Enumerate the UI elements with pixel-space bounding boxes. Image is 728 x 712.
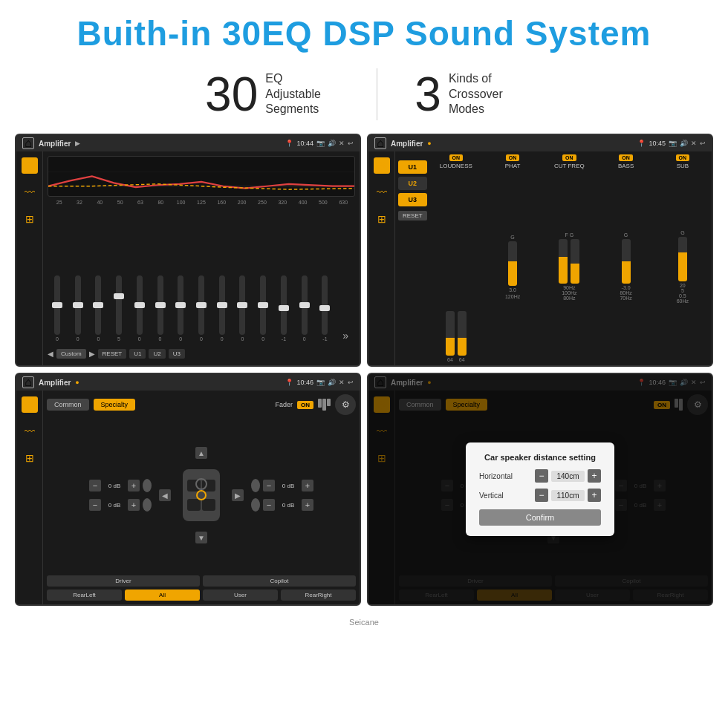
all-btn[interactable]: All xyxy=(125,589,200,601)
wave-icon[interactable]: 〰 xyxy=(22,184,38,200)
bass-on[interactable]: ON xyxy=(619,154,633,161)
slider-6[interactable]: 0 xyxy=(151,275,170,342)
loudness-slider-2[interactable] xyxy=(458,311,467,356)
slider-2[interactable]: 0 xyxy=(68,275,88,342)
fr-vol-minus[interactable]: − xyxy=(263,480,275,491)
slider-13[interactable]: 0 xyxy=(295,275,314,342)
u1-btn-eq[interactable]: U1 xyxy=(129,349,146,359)
eq-prev-arrow[interactable]: ◀ xyxy=(48,350,53,358)
eq-icon-3[interactable]: ⚙ xyxy=(22,396,38,413)
fader-on-badge[interactable]: ON xyxy=(297,401,313,409)
vertical-label: Vertical xyxy=(479,491,524,500)
preset-u3[interactable]: U3 xyxy=(398,193,427,206)
preset-u1[interactable]: U1 xyxy=(398,160,427,174)
slider-11[interactable]: 0 xyxy=(253,275,273,342)
custom-btn[interactable]: Custom xyxy=(56,349,86,359)
confirm-button[interactable]: Confirm xyxy=(479,509,601,526)
back-icon-3[interactable]: ↩ xyxy=(348,379,354,386)
rl-vol-plus[interactable]: + xyxy=(128,499,140,511)
bass-slider[interactable] xyxy=(622,239,631,284)
horizontal-minus[interactable]: − xyxy=(535,469,548,483)
eq-icon[interactable]: ⚙ xyxy=(22,157,38,174)
right-arrow-btn[interactable]: ▶ xyxy=(232,489,244,501)
close-icon-2[interactable]: ✕ xyxy=(691,140,697,147)
down-arrow-btn[interactable]: ▼ xyxy=(195,532,207,543)
rr-vol-plus[interactable]: + xyxy=(302,499,313,511)
screen-crossover: ⌂ Amplifier ● 📍 10:45 📷 🔊 ✕ ↩ ⚙ 〰 ⊞ xyxy=(367,134,713,367)
rr-speaker-icon xyxy=(251,498,260,512)
cutfreq-slider1[interactable] xyxy=(559,239,568,284)
cutfreq-on[interactable]: ON xyxy=(562,154,576,161)
vertical-plus[interactable]: + xyxy=(588,489,601,502)
expand-icon-2[interactable]: ⊞ xyxy=(374,211,390,227)
fr-vol-plus[interactable]: + xyxy=(302,480,313,491)
u2-btn-eq[interactable]: U2 xyxy=(149,349,165,359)
slider-14[interactable]: -1 xyxy=(316,275,335,342)
home-icon-2[interactable]: ⌂ xyxy=(374,137,386,149)
rearleft-btn[interactable]: RearLeft xyxy=(47,589,122,601)
left-arrow-btn[interactable]: ◀ xyxy=(159,489,171,501)
slider-1[interactable]: 0 xyxy=(48,275,67,342)
speaker-bottom-btns-2: RearLeft All User RearRight xyxy=(47,589,356,601)
dialog-overlay: Car speaker distance setting Horizontal … xyxy=(368,374,712,604)
reset-btn-eq[interactable]: RESET xyxy=(98,349,127,359)
car-body xyxy=(183,469,220,521)
up-arrow-btn[interactable]: ▲ xyxy=(195,447,207,459)
rl-vol-minus[interactable]: − xyxy=(89,499,101,511)
vertical-minus[interactable]: − xyxy=(535,489,548,502)
reset-btn-crossover[interactable]: RESET xyxy=(398,211,427,221)
slider-5[interactable]: 0 xyxy=(130,275,149,342)
driver-btn[interactable]: Driver xyxy=(47,575,200,587)
wave-icon-2[interactable]: 〰 xyxy=(374,184,390,200)
home-icon[interactable]: ⌂ xyxy=(22,137,34,149)
user-btn[interactable]: User xyxy=(203,589,278,601)
cutfreq-slider2[interactable] xyxy=(571,239,579,284)
sub-on[interactable]: ON xyxy=(676,154,690,161)
slider-8[interactable]: 0 xyxy=(192,275,211,342)
screens-grid: ⌂ Amplifier ▶ 📍 10:44 📷 🔊 ✕ ↩ ⚙ 〰 xyxy=(0,134,728,616)
slider-10[interactable]: 0 xyxy=(233,275,253,342)
phat-on[interactable]: ON xyxy=(506,154,520,161)
loudness-on[interactable]: ON xyxy=(449,154,464,161)
rr-vol-value: 0 dB xyxy=(278,502,299,509)
rr-vol-minus[interactable]: − xyxy=(263,499,275,511)
horizontal-stepper: − 140cm + xyxy=(535,469,601,483)
slider-7[interactable]: 0 xyxy=(171,275,190,342)
slider-12[interactable]: -1 xyxy=(274,275,293,342)
home-icon-3[interactable]: ⌂ xyxy=(22,376,34,388)
close-icon-3[interactable]: ✕ xyxy=(339,379,345,386)
back-icon[interactable]: ↩ xyxy=(348,140,354,147)
wave-icon-3[interactable]: 〰 xyxy=(22,423,38,440)
copilot-btn[interactable]: Copilot xyxy=(203,575,356,587)
sub-slider[interactable] xyxy=(678,237,687,281)
preset-u2[interactable]: U2 xyxy=(398,177,427,190)
fl-vol-plus[interactable]: + xyxy=(128,480,140,491)
back-icon-2[interactable]: ↩ xyxy=(700,140,706,147)
vertical-value: 110cm xyxy=(551,490,585,501)
tab-specialty[interactable]: Specialty xyxy=(94,399,136,411)
slider-expand[interactable]: » xyxy=(336,330,355,342)
slider-9[interactable]: 0 xyxy=(212,275,232,342)
settings-icon[interactable]: ⚙ xyxy=(335,394,356,415)
channel-cutfreq: ON CUT FREQ F G xyxy=(543,154,595,362)
location-icon-3: 📍 xyxy=(285,379,293,386)
fader-bar-1 xyxy=(318,399,322,408)
speaker-main-area: Common Specialty Fader ON ⚙ xyxy=(43,391,360,604)
expand-icon[interactable]: ⊞ xyxy=(22,211,38,227)
close-icon[interactable]: ✕ xyxy=(339,140,345,147)
horizontal-plus[interactable]: + xyxy=(588,469,601,483)
camera-icon-2: 📷 xyxy=(669,140,677,147)
header: Buith-in 30EQ DSP Sound System xyxy=(0,0,728,61)
eq-icon-2[interactable]: ⚙ xyxy=(374,157,390,174)
loudness-slider[interactable] xyxy=(446,311,455,356)
expand-icon-3[interactable]: ⊞ xyxy=(22,450,38,466)
phat-slider[interactable] xyxy=(508,241,517,286)
crossover-left-sidebar: ⚙ 〰 ⊞ xyxy=(368,151,395,365)
slider-3[interactable]: 0 xyxy=(88,275,108,342)
slider-4[interactable]: 5 xyxy=(109,275,129,342)
eq-next-arrow[interactable]: ▶ xyxy=(89,350,95,358)
u3-btn-eq[interactable]: U3 xyxy=(169,349,185,359)
fl-vol-minus[interactable]: − xyxy=(89,480,101,491)
rearright-btn[interactable]: RearRight xyxy=(281,589,356,601)
tab-common[interactable]: Common xyxy=(47,399,89,411)
